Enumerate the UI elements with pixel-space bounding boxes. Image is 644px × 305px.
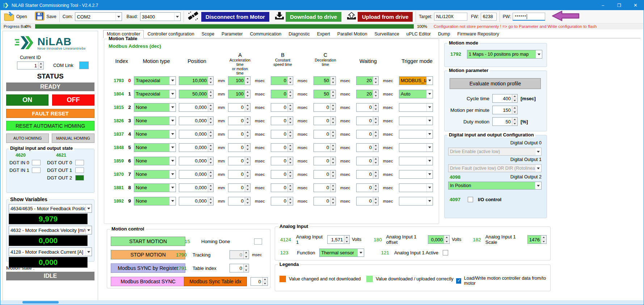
duty-motion-input[interactable]: 50 — [492, 117, 518, 126]
spinner-down-icon[interactable] — [208, 107, 213, 111]
spinner-down-icon[interactable] — [288, 107, 293, 111]
spinner-up-icon[interactable] — [331, 170, 336, 175]
spinner-down-icon[interactable] — [331, 134, 336, 138]
decel-time-input[interactable]: 50 — [313, 90, 336, 98]
spinner-down-icon[interactable] — [288, 121, 293, 125]
spinner-down-icon[interactable] — [245, 121, 250, 125]
trigger-mode-select[interactable] — [399, 143, 433, 152]
spinner-down-icon[interactable] — [245, 161, 250, 165]
const-speed-time-input[interactable]: 0 — [271, 143, 293, 152]
spinner-down-icon[interactable] — [541, 240, 546, 244]
spinner-down-icon[interactable] — [331, 94, 336, 98]
spinner-up-icon[interactable] — [373, 197, 378, 202]
spinner-down-icon[interactable] — [288, 188, 293, 192]
scale-input[interactable]: 1476 — [527, 235, 547, 244]
motion-type-select[interactable]: None — [134, 183, 176, 192]
position-input[interactable]: 0,000 — [179, 197, 214, 206]
accel-time-input[interactable]: 0 — [228, 117, 251, 125]
spinner-up-icon[interactable] — [444, 236, 449, 240]
decel-time-input[interactable]: 0 — [313, 197, 336, 206]
open-button[interactable]: Open — [4, 12, 27, 22]
spinner-down-icon[interactable] — [288, 94, 293, 98]
spinner-up-icon[interactable] — [373, 77, 378, 81]
spinner-down-icon[interactable] — [245, 94, 250, 98]
spinner-up-icon[interactable] — [512, 106, 517, 110]
spinner-down-icon[interactable] — [512, 110, 517, 114]
pw-input[interactable]: ****** — [513, 13, 545, 21]
trigger-mode-select[interactable] — [399, 103, 433, 112]
variable-select-1[interactable]: 4634/4635 - Motor Feedback Position [mm] — [9, 204, 92, 213]
spinner-up-icon[interactable] — [245, 117, 250, 121]
tab-parallel-motion[interactable]: Parallel Motion — [334, 30, 371, 38]
trigger-mode-select[interactable] — [399, 130, 433, 139]
spinner-down-icon[interactable] — [331, 107, 336, 111]
spinner-up-icon[interactable] — [512, 94, 517, 99]
cycle-time-input[interactable]: 400 — [492, 94, 518, 103]
spinner-up-icon[interactable] — [208, 157, 213, 161]
variable-select-3[interactable]: 4128 - Motor Feedback Current [A] — [9, 247, 92, 256]
accel-time-input[interactable]: 0 — [228, 157, 251, 165]
spinner-down-icon[interactable] — [373, 174, 378, 178]
spinner-down-icon[interactable] — [331, 148, 336, 152]
position-input[interactable]: 0,000 — [179, 183, 214, 192]
const-speed-time-input[interactable]: 0 — [271, 170, 293, 179]
spinner-up-icon[interactable] — [208, 144, 213, 148]
spinner-down-icon[interactable] — [373, 134, 378, 138]
spinner-down-icon[interactable] — [245, 107, 250, 111]
spinner-up-icon[interactable] — [373, 117, 378, 121]
minimize-button[interactable]: – — [595, 0, 611, 10]
spinner-up-icon[interactable] — [512, 118, 517, 122]
evaluate-motion-profile-button[interactable]: Evaluate motion profile — [450, 78, 541, 89]
tab-firmware-repository[interactable]: Firmware Repository — [454, 30, 502, 38]
spinner-up-icon[interactable] — [245, 90, 250, 94]
spinner-down-icon[interactable] — [245, 201, 250, 205]
accel-time-input[interactable]: 0 — [228, 197, 251, 206]
spinner-up-icon[interactable] — [288, 144, 293, 148]
spinner-down-icon[interactable] — [288, 148, 293, 152]
tab-communication[interactable]: Communication — [246, 30, 285, 38]
spinner-up-icon[interactable] — [208, 103, 213, 108]
motion-type-select[interactable]: Trapezoidal — [134, 76, 176, 85]
motion-type-select[interactable]: Trapezoidal — [134, 90, 176, 98]
spinner-down-icon[interactable] — [331, 201, 336, 205]
spinner-up-icon[interactable] — [245, 144, 250, 148]
fault-reset-button[interactable]: FAULT RESET — [6, 109, 94, 118]
spinner-down-icon[interactable] — [373, 201, 378, 205]
trigger-mode-select[interactable] — [399, 117, 433, 125]
waiting-input[interactable]: 0 — [356, 170, 379, 179]
motion-mode-select[interactable]: 1 Maps - 10 positons pro map — [467, 50, 542, 59]
spinner-up-icon[interactable] — [208, 130, 213, 135]
tab-expert[interactable]: Expert — [313, 30, 334, 38]
current-id-stepper[interactable]: 1 — [17, 62, 44, 69]
spinner-up-icon[interactable] — [331, 117, 336, 121]
spinner-down-icon[interactable] — [208, 94, 213, 98]
spinner-down-icon[interactable] — [245, 148, 250, 152]
spinner-down-icon[interactable] — [344, 240, 349, 244]
spinner-down-icon[interactable] — [245, 188, 250, 192]
spinner-down-icon[interactable] — [208, 81, 213, 85]
spinner-down-icon[interactable] — [208, 121, 213, 125]
motion-type-select[interactable]: None — [134, 143, 176, 152]
accel-time-input[interactable]: 100 — [228, 90, 251, 98]
analog-input1-value-input[interactable]: 1,571 — [327, 235, 350, 244]
decel-time-input[interactable]: 0 — [313, 183, 336, 192]
homing-done-checkbox[interactable] — [254, 238, 262, 245]
motion-type-select[interactable]: None — [134, 157, 176, 165]
waiting-input[interactable]: 20 — [356, 76, 379, 85]
horizontal-scrollbar[interactable] — [1, 300, 643, 304]
decel-time-input[interactable]: 0 — [313, 117, 336, 125]
waiting-input[interactable]: 0 — [356, 183, 379, 192]
motion-type-select[interactable]: None — [134, 130, 176, 139]
trigger-mode-select[interactable]: Auto — [399, 90, 433, 98]
decel-time-input[interactable]: 0 — [313, 103, 336, 112]
spinner-up-icon[interactable] — [244, 264, 249, 268]
tab-scope[interactable]: Scope — [198, 30, 218, 38]
spinner-down-icon[interactable] — [512, 122, 517, 126]
position-input[interactable]: 10,000 — [179, 76, 214, 85]
spinner-up-icon[interactable] — [373, 170, 378, 175]
spinner-up-icon[interactable] — [373, 184, 378, 188]
position-input[interactable]: 0,000 — [179, 157, 214, 165]
tab-uplc-editor[interactable]: uPLC Editor — [403, 30, 434, 38]
spinner-up-icon[interactable] — [373, 103, 378, 108]
accel-time-input[interactable]: 100 — [228, 76, 251, 85]
